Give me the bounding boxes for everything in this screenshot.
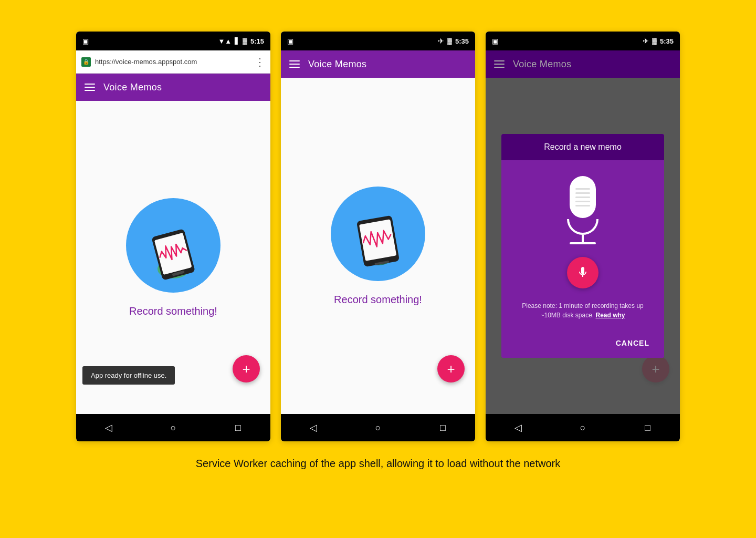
phone1-snackbar: App ready for offline use. <box>82 366 175 385</box>
wifi-icon: ▼▲ <box>218 37 232 45</box>
dialog-title-bar: Record a new memo <box>501 134 664 160</box>
lock-icon: 🔒 <box>81 57 91 67</box>
phone3-nav-recents[interactable]: □ <box>637 417 658 438</box>
phone1-app-title: Voice Memos <box>103 82 162 93</box>
phone3-hamburger-line-1 <box>494 60 505 61</box>
phone2-illustration <box>331 187 425 281</box>
airplane-icon3: ✈ <box>643 37 649 45</box>
phone3-status-bar: ▣ ✈ ▓ 5:35 <box>486 32 680 50</box>
phone2-time: 5:35 <box>455 37 469 45</box>
phone2-fab[interactable]: + <box>437 355 465 382</box>
sim-icon: ▣ <box>82 37 89 45</box>
phone1-status-left: ▣ <box>82 37 89 45</box>
phone2-illustration-svg <box>341 197 415 271</box>
mic-line-3 <box>575 196 590 198</box>
record-button[interactable] <box>567 257 598 288</box>
mic-line-2 <box>575 192 590 194</box>
dialog-note: Please note: 1 minute of recording takes… <box>512 301 654 320</box>
mic-line-4 <box>575 201 590 202</box>
phone1-status-right: ▼▲ ▋ ▓ 5:15 <box>218 37 264 45</box>
phone2-hamburger-button[interactable] <box>289 60 300 68</box>
phone1-nav-home[interactable]: ○ <box>163 417 184 438</box>
sim-icon3: ▣ <box>492 37 498 45</box>
phone3-overlay: Record a new memo <box>486 78 680 414</box>
phone-1: ▣ ▼▲ ▋ ▓ 5:15 🔒 https://voice-memos.apps… <box>76 32 270 441</box>
phone1-illustration-svg <box>136 209 210 282</box>
phone3-toolbar: Voice Memos <box>486 50 680 78</box>
phone2-fab-icon: + <box>447 361 455 377</box>
phone2-hamburger-line-1 <box>289 60 300 61</box>
hamburger-menu-button[interactable] <box>85 84 95 91</box>
phone2-bottom-nav: ◁ ○ □ <box>281 414 475 441</box>
battery-icon3: ▓ <box>652 37 657 45</box>
url-menu-button[interactable]: ⋮ <box>255 56 265 68</box>
hamburger-line-1 <box>85 84 95 85</box>
phone2-content-inner: Record something! <box>331 187 425 306</box>
phone-3: ▣ ✈ ▓ 5:35 Voice Memos <box>486 32 680 441</box>
phone3-nav-home[interactable]: ○ <box>572 417 593 438</box>
phone2-nav-back[interactable]: ◁ <box>303 417 324 438</box>
sim-icon2: ▣ <box>287 37 293 45</box>
phone3-hamburger-line-3 <box>494 67 505 68</box>
phone3-app-title: Voice Memos <box>513 59 571 70</box>
phone2-content: Record something! + <box>281 78 475 414</box>
dialog-title: Record a new memo <box>544 142 622 151</box>
phone1-url-bar: 🔒 https://voice-memos.appspot.com ⋮ <box>76 50 270 74</box>
mic-icon-large <box>567 176 598 244</box>
phone1-content-inner: Record something! <box>126 198 220 317</box>
record-dialog: Record a new memo <box>501 134 664 358</box>
dialog-body: Please note: 1 minute of recording takes… <box>501 160 664 330</box>
mic-stand <box>567 218 598 244</box>
phone3-hamburger-button[interactable] <box>494 60 505 68</box>
phone-2: ▣ ✈ ▓ 5:35 Voice Memos <box>281 32 475 441</box>
phone1-content: Record something! App ready for offline … <box>76 101 270 414</box>
mic-base <box>570 242 596 244</box>
phone2-record-label: Record something! <box>334 294 422 306</box>
signal-icon: ▋ <box>235 37 239 45</box>
phone3-time: 5:35 <box>660 37 674 45</box>
phone1-status-bar: ▣ ▼▲ ▋ ▓ 5:15 <box>76 32 270 50</box>
phone3-hamburger-line-2 <box>494 64 505 65</box>
phone1-record-label: Record something! <box>129 305 217 317</box>
mic-line-5 <box>575 205 590 206</box>
phone1-illustration <box>126 198 220 293</box>
phone2-toolbar: Voice Memos <box>281 50 475 78</box>
phone1-bottom-nav: ◁ ○ □ <box>76 414 270 441</box>
url-text: https://voice-memos.appspot.com <box>95 58 250 66</box>
phone3-nav-back[interactable]: ◁ <box>508 417 529 438</box>
mic-body <box>570 176 596 218</box>
dialog-cancel-button[interactable]: CANCEL <box>610 335 656 351</box>
phone2-status-bar: ▣ ✈ ▓ 5:35 <box>281 32 475 50</box>
caption: Service Worker caching of the app shell,… <box>196 456 560 471</box>
airplane-icon2: ✈ <box>438 37 444 45</box>
phone3-status-left: ▣ <box>492 37 498 45</box>
battery-icon: ▓ <box>243 37 247 45</box>
phone2-hamburger-line-2 <box>289 64 300 65</box>
phone2-nav-recents[interactable]: □ <box>432 417 453 438</box>
phone1-snackbar-text: App ready for offline use. <box>91 371 166 379</box>
phone3-content: Record a new memo <box>486 78 680 414</box>
phones-container: ▣ ▼▲ ▋ ▓ 5:15 🔒 https://voice-memos.apps… <box>76 32 680 441</box>
battery-icon2: ▓ <box>447 37 452 45</box>
mic-line-1 <box>575 188 590 190</box>
phone3-bottom-nav: ◁ ○ □ <box>486 414 680 441</box>
phone1-toolbar: Voice Memos <box>76 74 270 101</box>
phone1-time: 5:15 <box>250 37 264 45</box>
dialog-read-why-link[interactable]: Read why <box>596 312 625 319</box>
hamburger-line-2 <box>85 87 95 88</box>
mic-small-icon <box>575 265 590 280</box>
hamburger-line-3 <box>85 90 95 91</box>
phone1-nav-recents[interactable]: □ <box>227 417 248 438</box>
phone1-nav-back[interactable]: ◁ <box>98 417 119 438</box>
mic-svg <box>576 266 589 279</box>
dialog-actions: CANCEL <box>501 330 664 358</box>
phone2-status-right: ✈ ▓ 5:35 <box>438 37 469 45</box>
phone2-nav-home[interactable]: ○ <box>368 417 388 438</box>
phone2-app-title: Voice Memos <box>308 59 366 70</box>
phone2-hamburger-line-3 <box>289 67 300 68</box>
dialog-note-text: Please note: 1 minute of recording takes… <box>522 302 643 319</box>
phone3-status-right: ✈ ▓ 5:35 <box>643 37 674 45</box>
phone2-status-left: ▣ <box>287 37 293 45</box>
mic-post <box>582 235 584 242</box>
phone1-fab[interactable]: + <box>233 355 260 382</box>
